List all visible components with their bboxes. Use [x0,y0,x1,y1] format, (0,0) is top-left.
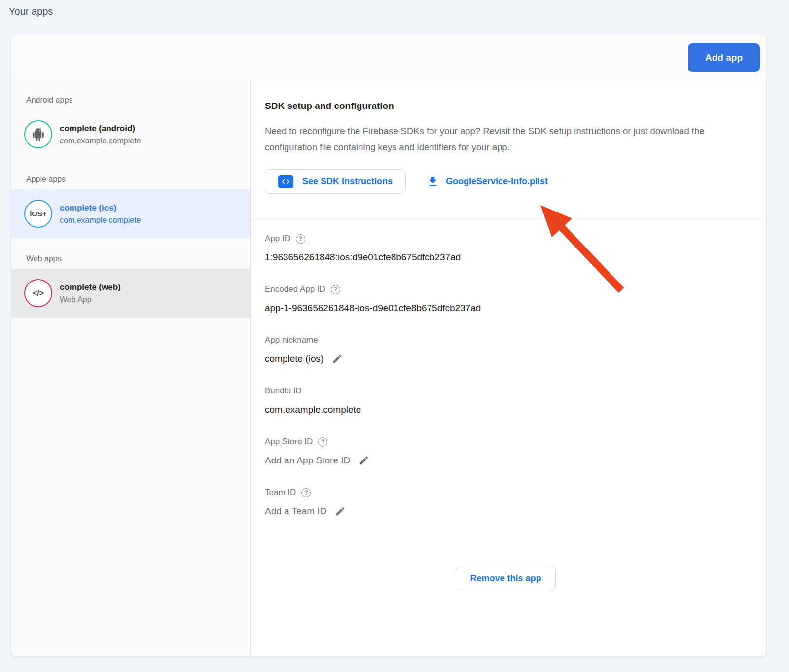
sidebar-item-complete-web[interactable]: </> complete (web) Web App [11,269,250,318]
android-robot-icon [24,120,52,148]
sdk-section-title: SDK setup and configuration [265,101,747,111]
app-name: complete (android) [60,124,141,134]
code-slash-icon: </> [24,279,52,307]
team-id-value: Add a Team ID [265,506,326,517]
see-sdk-instructions-button[interactable]: See SDK instructions [265,169,406,194]
help-icon[interactable]: ? [318,437,327,447]
app-name: complete (ios) [60,203,141,213]
field-label: App Store ID [265,437,313,447]
app-detail-panel: SDK setup and configuration Need to reco… [251,79,766,656]
app-id-value: 1:963656261848:ios:d9e01cfe8b675dfcb237a… [265,252,461,263]
app-subtitle: com.example.complete [60,137,141,145]
bundle-id-value: com.example.complete [265,404,361,415]
help-icon[interactable]: ? [331,285,340,294]
download-icon [427,175,439,188]
googleservice-plist-link[interactable]: GoogleService-Info.plist [427,175,548,188]
sidebar-item-complete-ios[interactable]: iOS+ complete (ios) com.example.complete [11,189,250,238]
field-label: Bundle ID [265,386,302,396]
field-bundle-id: Bundle ID com.example.complete [265,386,747,415]
apps-sidebar: Android apps complete (android) com.exam… [11,79,251,656]
googleservice-plist-label: GoogleService-Info.plist [446,177,548,187]
field-label: App nickname [265,335,318,345]
help-icon[interactable]: ? [296,234,305,244]
section-label-web-apps: Web apps [26,254,250,263]
app-subtitle: com.example.complete [60,216,141,225]
ios-plus-icon: iOS+ [24,200,52,228]
add-app-button[interactable]: Add app [688,43,760,72]
field-app-store-id: App Store ID ? Add an App Store ID [265,437,747,466]
card-header: Add app [11,34,766,79]
section-label-android-apps: Android apps [26,96,250,105]
section-label-apple-apps: Apple apps [26,175,250,184]
encoded-app-id-value: app-1-963656261848-ios-d9e01cfe8b675dfcb… [265,303,481,314]
app-subtitle: Web App [60,295,121,304]
edit-pencil-icon[interactable] [359,455,369,466]
field-label: Encoded App ID [265,284,325,294]
sidebar-item-complete-android[interactable]: complete (android) com.example.complete [11,110,250,159]
edit-pencil-icon[interactable] [332,354,343,364]
remove-this-app-button[interactable]: Remove this app [456,566,555,591]
help-icon[interactable]: ? [301,488,311,497]
field-label: Team ID [265,488,296,497]
field-app-id: App ID ? 1:963656261848:ios:d9e01cfe8b67… [265,234,747,263]
field-app-nickname: App nickname complete (ios) [265,335,747,364]
app-store-id-value: Add an App Store ID [265,455,350,466]
field-label: App ID [265,234,290,244]
see-sdk-instructions-label: See SDK instructions [302,177,393,187]
your-apps-card: Add app Android apps complete (android) … [11,34,767,657]
edit-pencil-icon[interactable] [335,506,346,517]
field-encoded-app-id: Encoded App ID ? app-1-963656261848-ios-… [265,284,747,314]
page-title: Your apps [9,6,53,17]
divider [251,220,766,220]
app-nickname-value: complete (ios) [265,354,323,364]
sdk-section-description: Need to reconfigure the Firebase SDKs fo… [265,123,731,155]
app-name: complete (web) [60,283,121,292]
field-team-id: Team ID ? Add a Team ID [265,488,747,517]
sdk-code-icon [278,175,293,188]
